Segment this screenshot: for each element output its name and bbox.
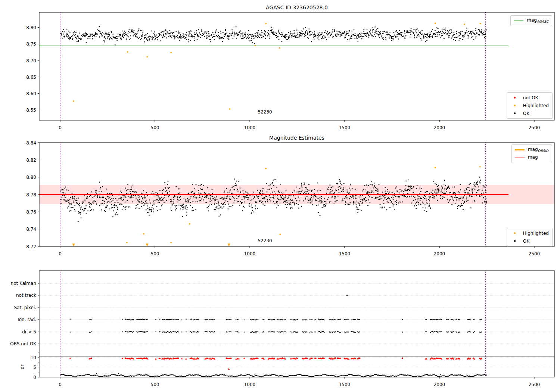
flag-points xyxy=(70,295,482,333)
svg-text:0: 0 xyxy=(59,125,62,130)
legend-item-ok: OK xyxy=(510,109,549,117)
svg-text:8.84: 8.84 xyxy=(26,140,36,146)
legend-item-mag-agasc: magAGASC xyxy=(514,17,548,25)
legend-item-highlighted: Highlighted xyxy=(510,102,549,109)
svg-text:500: 500 xyxy=(151,125,159,130)
legend-mag-agasc: magAGASC xyxy=(510,15,552,26)
orange-line-sample xyxy=(515,147,525,153)
svg-text:5: 5 xyxy=(33,365,36,370)
legend-item-mag: mag xyxy=(515,154,548,162)
legend-point-status-top: not OK Highlighted OK xyxy=(507,92,553,119)
svg-text:2500: 2500 xyxy=(529,125,540,130)
legend-item-highlighted: Highlighted xyxy=(510,229,549,237)
svg-text:8.70: 8.70 xyxy=(26,58,36,63)
svg-text:1500: 1500 xyxy=(339,251,351,256)
svg-text:1500: 1500 xyxy=(339,382,351,387)
svg-text:8.80: 8.80 xyxy=(26,175,36,180)
flag-row-label-dr-gt-5: dr > 5 xyxy=(0,329,36,335)
svg-text:1000: 1000 xyxy=(244,125,256,130)
svg-text:1500: 1500 xyxy=(339,125,351,130)
svg-text:2000: 2000 xyxy=(434,125,445,130)
legend-label: OK xyxy=(523,111,529,116)
legend-item-not-ok: not OK xyxy=(510,94,549,102)
flag-row-label-not-track: not track xyxy=(0,292,36,299)
svg-text:10: 10 xyxy=(31,355,36,360)
legend-mag-lines: magOBSID mag xyxy=(511,144,552,163)
legend-label: magAGASC xyxy=(527,18,548,24)
svg-text:8.72: 8.72 xyxy=(26,244,36,249)
flag-row-label-not-kalman: not Kalman xyxy=(0,280,36,287)
quality-flags-plot-area: 105005001000150020002500 xyxy=(31,271,554,387)
svg-text:8.65: 8.65 xyxy=(26,75,36,80)
magnitude-estimates-plot-area: 522308.728.748.768.788.808.828.840500100… xyxy=(26,140,554,256)
flag-row-label-ion-rad: Ion. rad. xyxy=(0,316,36,323)
red-line-sample xyxy=(515,155,525,161)
flag-row-label-sat-pixel: Sat. pixel. xyxy=(0,304,36,311)
svg-text:500: 500 xyxy=(151,251,159,256)
svg-text:2500: 2500 xyxy=(529,382,540,387)
svg-text:8.60: 8.60 xyxy=(26,91,36,96)
svg-text:0: 0 xyxy=(59,251,62,256)
svg-text:1000: 1000 xyxy=(244,251,256,256)
red-dot-icon xyxy=(510,95,520,100)
legend-item-ok: OK xyxy=(510,237,549,245)
orange-dot-icon xyxy=(510,231,520,236)
svg-text:2500: 2500 xyxy=(529,251,540,256)
black-dot-icon xyxy=(510,111,520,116)
legend-label: mag xyxy=(528,155,538,161)
dr-trace-points xyxy=(60,373,487,377)
green-line-sample xyxy=(514,18,523,24)
ok-points xyxy=(60,26,488,46)
magnitude-diagnostics-figure: 522308.558.608.658.708.758.8005001000150… xyxy=(0,0,560,392)
flag-row-label-obs-not-ok: OBS not OK xyxy=(0,340,36,347)
svg-text:52230: 52230 xyxy=(258,238,272,243)
legend-label: Highlighted xyxy=(523,231,549,236)
plots-canvas: 522308.558.608.658.708.758.8005001000150… xyxy=(0,0,560,392)
svg-text:8.78: 8.78 xyxy=(26,192,36,197)
svg-text:2000: 2000 xyxy=(434,382,445,387)
legend-point-status-middle: Highlighted OK xyxy=(507,228,553,246)
not-track-point xyxy=(346,295,348,296)
svg-text:8.76: 8.76 xyxy=(26,209,36,215)
svg-text:8.80: 8.80 xyxy=(26,25,36,30)
svg-text:1000: 1000 xyxy=(244,382,256,387)
svg-text:0: 0 xyxy=(33,375,36,380)
magnitude-estimates-title: Magnitude Estimates xyxy=(39,134,554,141)
svg-text:8.82: 8.82 xyxy=(26,158,36,163)
orange-dot-icon xyxy=(510,103,520,108)
svg-text:52230: 52230 xyxy=(258,109,272,115)
dr-axis-label: dr xyxy=(20,361,27,373)
svg-text:8.55: 8.55 xyxy=(26,108,36,113)
black-dot-icon xyxy=(510,239,520,244)
svg-text:0: 0 xyxy=(59,382,62,387)
legend-label: not OK xyxy=(523,95,538,100)
legend-item-mag-obsid: magOBSID xyxy=(515,146,548,154)
highlighted-points xyxy=(72,166,480,246)
svg-text:8.75: 8.75 xyxy=(26,41,36,47)
legend-label: OK xyxy=(523,239,529,244)
agasc-plot-area: 522308.558.608.658.708.758.8005001000150… xyxy=(26,12,554,130)
svg-text:2000: 2000 xyxy=(434,251,445,256)
agasc-plot-title: AGASC ID 323620528.0 xyxy=(39,4,554,11)
legend-label: Highlighted xyxy=(523,103,549,108)
svg-text:8.74: 8.74 xyxy=(26,227,36,232)
svg-text:500: 500 xyxy=(151,382,159,387)
legend-label: magOBSID xyxy=(528,147,548,153)
not-ok-dr-points xyxy=(69,357,483,370)
